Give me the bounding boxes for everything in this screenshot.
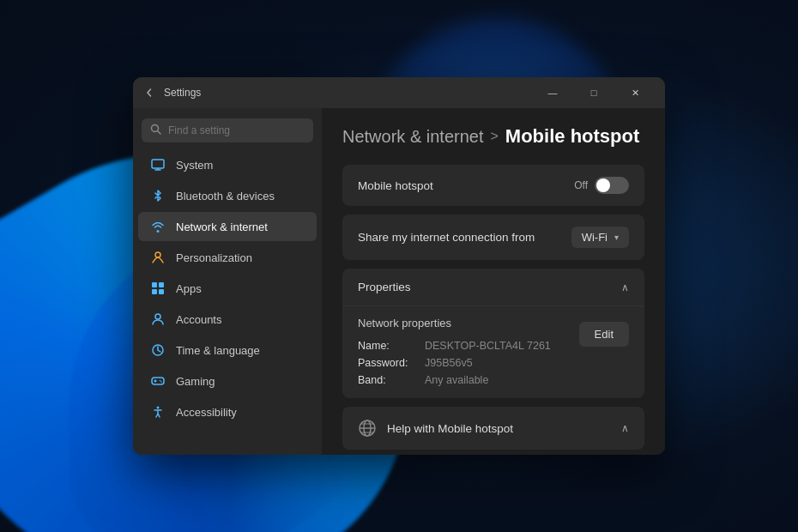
sidebar-item-label-gaming: Gaming xyxy=(176,375,215,388)
minimize-button[interactable]: — xyxy=(533,79,572,106)
sidebar-item-label-accessibility: Accessibility xyxy=(176,406,237,419)
maximize-button[interactable]: □ xyxy=(574,79,614,106)
sidebar-item-personalization[interactable]: Personalization xyxy=(138,243,317,272)
svg-point-5 xyxy=(155,252,160,257)
back-button[interactable] xyxy=(143,87,155,99)
network-properties-label: Network properties xyxy=(358,317,579,329)
close-button[interactable]: ✕ xyxy=(615,79,655,106)
svg-rect-2 xyxy=(152,160,164,168)
accessibility-icon xyxy=(150,404,166,420)
share-connection-dropdown[interactable]: Wi-Fi ▾ xyxy=(571,227,629,248)
content-area: System Bluetooth & devices xyxy=(133,108,665,455)
sidebar-item-label-network: Network & internet xyxy=(176,221,268,233)
hotspot-label: Mobile hotspot xyxy=(358,179,433,192)
svg-point-10 xyxy=(155,314,160,319)
sidebar-item-label-time: Time & language xyxy=(176,344,260,357)
prop-band-value: Any available xyxy=(425,374,488,386)
sidebar-item-label-system: System xyxy=(176,159,213,172)
share-connection-row: Share my internet connection from Wi-Fi … xyxy=(358,227,629,248)
globe-icon xyxy=(358,419,377,438)
help-card[interactable]: Help with Mobile hotspot ∧ xyxy=(342,407,644,450)
help-label: Help with Mobile hotspot xyxy=(387,422,513,435)
help-chevron-icon: ∧ xyxy=(621,422,629,434)
window-controls: — □ ✕ xyxy=(533,79,655,106)
hotspot-status: Off xyxy=(574,179,588,191)
svg-rect-7 xyxy=(159,282,164,287)
prop-name-value: DESKTOP-BCLTA4L 7261 xyxy=(425,340,551,352)
hotspot-row: Mobile hotspot Off xyxy=(358,177,629,194)
gaming-icon xyxy=(150,373,166,389)
sidebar-item-accessibility[interactable]: Accessibility xyxy=(138,397,317,426)
network-icon xyxy=(150,219,166,234)
svg-point-15 xyxy=(160,380,161,382)
help-left: Help with Mobile hotspot xyxy=(358,419,513,438)
edit-button[interactable]: Edit xyxy=(579,322,629,347)
prop-password-line: Password: J95B56v5 xyxy=(358,357,579,369)
chevron-up-icon: ∧ xyxy=(621,281,629,293)
prop-band-key: Band: xyxy=(358,374,418,386)
sidebar: System Bluetooth & devices xyxy=(133,108,322,455)
sidebar-item-bluetooth[interactable]: Bluetooth & devices xyxy=(138,181,317,210)
prop-name-line: Name: DESKTOP-BCLTA4L 7261 xyxy=(358,340,579,352)
search-box[interactable] xyxy=(142,118,313,142)
properties-body: Network properties Name: DESKTOP-BCLTA4L… xyxy=(342,305,644,398)
prop-name-key: Name: xyxy=(358,340,418,352)
hotspot-toggle-card: Mobile hotspot Off xyxy=(342,165,644,206)
props-details: Network properties Name: DESKTOP-BCLTA4L… xyxy=(358,317,579,386)
properties-label: Properties xyxy=(358,281,411,293)
sidebar-item-system[interactable]: System xyxy=(138,150,317,179)
search-icon xyxy=(150,124,161,137)
chevron-down-icon: ▾ xyxy=(614,233,619,242)
hotspot-toggle[interactable] xyxy=(595,177,629,194)
search-input[interactable] xyxy=(168,124,305,136)
svg-rect-8 xyxy=(152,289,157,294)
network-properties-row: Network properties Name: DESKTOP-BCLTA4L… xyxy=(358,317,629,386)
main-panel: Network & internet > Mobile hotspot Mobi… xyxy=(322,108,665,455)
sidebar-item-gaming[interactable]: Gaming xyxy=(138,366,317,396)
prop-password-value: J95B56v5 xyxy=(425,357,473,369)
share-connection-label: Share my internet connection from xyxy=(358,231,535,244)
properties-header[interactable]: Properties ∧ xyxy=(342,269,644,305)
settings-window: Settings — □ ✕ xyxy=(133,77,665,455)
personalization-icon xyxy=(150,250,166,265)
svg-rect-9 xyxy=(159,289,164,294)
sidebar-item-label-apps: Apps xyxy=(176,282,202,295)
system-icon xyxy=(150,157,166,172)
sidebar-item-apps[interactable]: Apps xyxy=(138,274,317,303)
breadcrumb: Network & internet > Mobile hotspot xyxy=(342,125,644,148)
accounts-icon xyxy=(150,311,166,327)
share-connection-card: Share my internet connection from Wi-Fi … xyxy=(342,215,644,260)
prop-band-line: Band: Any available xyxy=(358,374,579,386)
prop-password-key: Password: xyxy=(358,357,418,369)
title-bar: Settings — □ ✕ xyxy=(133,77,665,108)
sidebar-item-time[interactable]: Time & language xyxy=(138,336,317,365)
sidebar-item-label-accounts: Accounts xyxy=(176,313,221,326)
share-connection-value: Wi-Fi xyxy=(582,231,608,244)
time-icon xyxy=(150,342,166,358)
svg-rect-12 xyxy=(152,378,164,384)
sidebar-item-network[interactable]: Network & internet xyxy=(138,212,317,241)
breadcrumb-current: Mobile hotspot xyxy=(505,125,639,148)
svg-point-16 xyxy=(160,381,162,383)
svg-rect-6 xyxy=(152,282,157,287)
breadcrumb-parent[interactable]: Network & internet xyxy=(342,127,484,147)
window-title: Settings xyxy=(164,87,533,99)
sidebar-item-accounts[interactable]: Accounts xyxy=(138,305,317,334)
hotspot-toggle-wrapper: Off xyxy=(574,177,629,194)
apps-icon xyxy=(150,281,166,296)
svg-line-1 xyxy=(158,131,161,135)
sidebar-item-label-bluetooth: Bluetooth & devices xyxy=(176,190,275,203)
svg-point-17 xyxy=(157,407,160,409)
sidebar-item-label-personalization: Personalization xyxy=(176,251,252,264)
breadcrumb-separator: > xyxy=(491,129,499,144)
properties-card: Properties ∧ Network properties Name: DE… xyxy=(342,269,644,398)
bluetooth-icon xyxy=(150,188,166,203)
